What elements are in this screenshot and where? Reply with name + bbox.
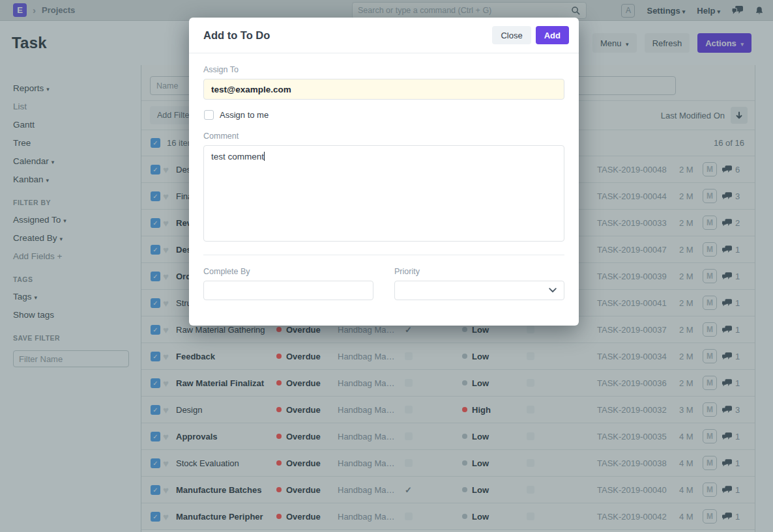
priority-select[interactable] (394, 281, 564, 300)
text-cursor (264, 152, 265, 161)
assign-to-me-checkbox[interactable] (204, 110, 214, 120)
assign-to-me-label: Assign to me (220, 110, 269, 120)
close-button[interactable]: Close (492, 26, 531, 44)
comment-label: Comment (203, 132, 564, 141)
app-screen: E › Projects A Settings▾ Help▾ Task Menu… (0, 0, 773, 532)
complete-by-input[interactable] (203, 281, 373, 300)
modal-body: Assign To Assign to me Comment test comm… (189, 53, 579, 255)
comment-textarea[interactable]: test comment (203, 145, 564, 242)
assign-to-input[interactable] (203, 79, 564, 100)
modal-header: Add to To Do Close Add (189, 18, 579, 53)
modal-footer: Complete By Priority (189, 255, 579, 300)
complete-by-label: Complete By (203, 267, 373, 276)
priority-label: Priority (394, 267, 564, 276)
chevron-down-icon (549, 288, 557, 293)
add-button[interactable]: Add (536, 26, 569, 44)
add-to-todo-modal: Add to To Do Close Add Assign To Assign … (189, 18, 579, 326)
assign-to-label: Assign To (203, 65, 564, 74)
modal-title: Add to To Do (203, 29, 270, 42)
